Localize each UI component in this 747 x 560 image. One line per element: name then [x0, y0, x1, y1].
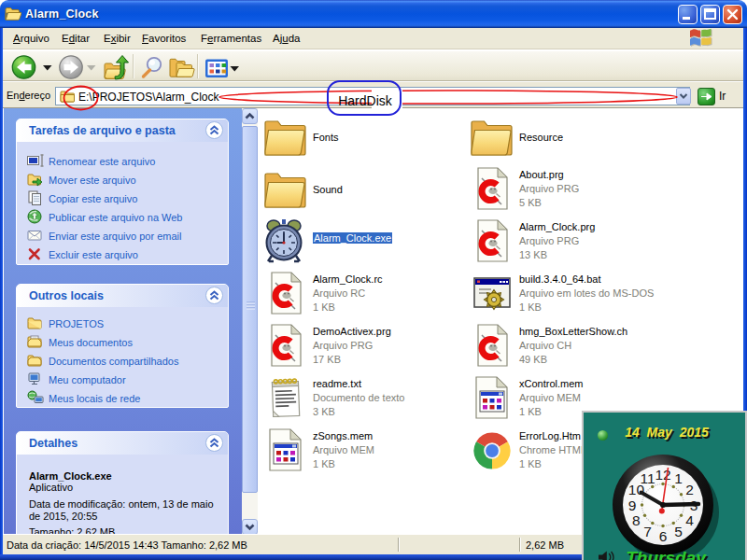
svg-text:9: 9 [628, 497, 637, 513]
svg-text:7: 7 [643, 524, 652, 539]
svg-text:5: 5 [674, 524, 683, 539]
svg-text:11: 11 [640, 470, 655, 486]
svg-text:1: 1 [674, 470, 683, 486]
svg-text:2: 2 [685, 482, 694, 497]
svg-text:6: 6 [659, 528, 668, 544]
svg-text:8: 8 [632, 512, 641, 528]
svg-text:HardDisk: HardDisk [338, 93, 393, 108]
svg-text:4: 4 [685, 512, 694, 528]
